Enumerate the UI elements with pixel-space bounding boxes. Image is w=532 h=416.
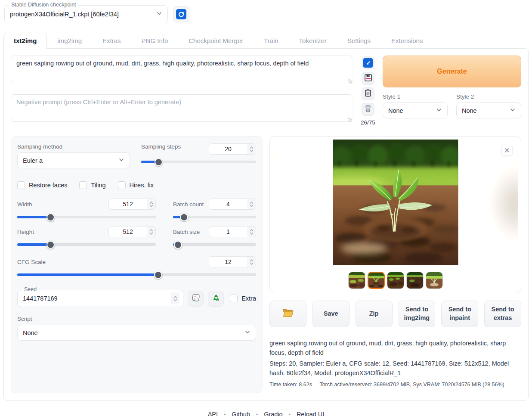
- spinner-arrows-icon[interactable]: [247, 199, 256, 209]
- output-buttons-row: Save Zip Send to img2img Send to inpaint…: [269, 301, 521, 327]
- seed-input[interactable]: Seed 1441787169: [17, 290, 183, 307]
- footer: API•Github•Gradio•Reload UI python: 3.10…: [3, 400, 529, 416]
- refresh-icon: [176, 9, 186, 19]
- close-gallery-button[interactable]: [501, 145, 513, 156]
- spinner-arrows-icon[interactable]: [247, 144, 256, 154]
- spinner-arrows-icon[interactable]: [147, 199, 155, 209]
- restore-faces-checkbox[interactable]: Restore faces: [17, 181, 67, 189]
- footer-link-reload-ui[interactable]: Reload UI: [297, 411, 324, 416]
- batch-count-input[interactable]: 4: [209, 199, 256, 210]
- tab-checkpoint-merger[interactable]: Checkpoint Merger: [178, 33, 254, 49]
- thumbnail-3[interactable]: [387, 272, 404, 289]
- cfg-scale-slider[interactable]: [17, 271, 256, 279]
- chevron-down-icon: [156, 10, 162, 18]
- height-label: Height: [17, 229, 34, 235]
- extra-seed-checkbox[interactable]: Extra: [230, 295, 256, 302]
- random-seed-button[interactable]: [188, 291, 204, 307]
- seed-row: Seed 1441787169: [17, 290, 256, 307]
- sampling-steps-group: Sampling steps 20: [141, 143, 256, 168]
- zip-button[interactable]: Zip: [356, 301, 393, 327]
- footer-link-api[interactable]: API: [208, 411, 218, 416]
- generate-button[interactable]: Generate: [383, 56, 521, 87]
- arrow-down-left-icon: [363, 58, 373, 68]
- checkbox-icon: [230, 295, 238, 302]
- sampling-steps-value: 20: [209, 146, 247, 152]
- generated-image[interactable]: [333, 140, 458, 265]
- send-to-img2img-button[interactable]: Send to img2img: [399, 301, 436, 327]
- script-select[interactable]: None: [17, 325, 256, 341]
- tab-txt2img[interactable]: txt2img: [3, 33, 47, 49]
- send-to-extras-button[interactable]: Send to extras: [484, 301, 521, 327]
- chevron-down-icon: [436, 107, 442, 114]
- spinner-arrows-icon[interactable]: [247, 227, 256, 237]
- footer-link-gradio[interactable]: Gradio: [264, 411, 283, 416]
- sampling-steps-slider[interactable]: [141, 158, 256, 166]
- width-group: Width 512: [17, 199, 156, 221]
- spinner-arrows-icon[interactable]: [171, 292, 179, 304]
- apply-style-button[interactable]: [362, 87, 374, 100]
- sampling-row: Sampling method Euler a Sampling steps 2…: [17, 143, 256, 168]
- sampling-steps-label: Sampling steps: [141, 143, 181, 150]
- chevron-down-icon: [118, 157, 124, 164]
- clipboard-icon: [364, 89, 372, 99]
- read-generation-params-button[interactable]: [362, 56, 374, 69]
- batch-size-slider[interactable]: [173, 241, 256, 248]
- settings-panel: Sampling method Euler a Sampling steps 2…: [11, 136, 263, 393]
- time-taken: Time taken: 8.62s: [269, 382, 312, 388]
- tab-extensions[interactable]: Extensions: [381, 33, 433, 49]
- style1-select[interactable]: None: [383, 102, 448, 118]
- open-folder-button[interactable]: [269, 301, 306, 327]
- tiling-checkbox[interactable]: Tiling: [79, 181, 105, 189]
- checkpoint-dropdown[interactable]: Stable Diffusion checkpoint protogenX34O…: [4, 5, 168, 23]
- thumbnail-2-selected[interactable]: [368, 272, 385, 289]
- tab-tokenizer[interactable]: Tokenizer: [289, 33, 337, 49]
- prompt-row: green sapling rowing out of ground, mud,…: [11, 56, 521, 126]
- generation-info-time: Time taken: 8.62s Torch active/reserved:…: [269, 381, 521, 393]
- resize-grip-icon[interactable]: [348, 118, 352, 122]
- thumbnail-1[interactable]: [348, 272, 365, 289]
- resize-grip-icon[interactable]: [348, 79, 352, 84]
- tab-train[interactable]: Train: [254, 33, 289, 49]
- width-input[interactable]: 512: [108, 199, 156, 210]
- sampling-method-select[interactable]: Euler a: [17, 152, 130, 168]
- height-slider[interactable]: [17, 241, 156, 248]
- width-slider[interactable]: [17, 213, 156, 221]
- height-input[interactable]: 512: [108, 226, 156, 237]
- style2-select[interactable]: None: [456, 102, 521, 118]
- tab-settings[interactable]: Settings: [337, 33, 381, 49]
- thumbnail-5[interactable]: [426, 272, 443, 289]
- spinner-arrows-icon[interactable]: [147, 227, 155, 237]
- footer-link-github[interactable]: Github: [232, 411, 250, 416]
- save-style-button[interactable]: [362, 72, 374, 85]
- tab-img2img[interactable]: img2img: [47, 33, 92, 49]
- hires-fix-checkbox[interactable]: Hires. fix: [118, 181, 154, 189]
- bullet-separator: •: [256, 412, 258, 416]
- spinner-arrows-icon[interactable]: [247, 257, 256, 267]
- output-column: Save Zip Send to img2img Send to inpaint…: [269, 136, 521, 393]
- cfg-scale-group: CFG Scale 12: [17, 256, 256, 279]
- thumbnail-4[interactable]: [406, 272, 424, 289]
- clear-prompt-button[interactable]: [362, 103, 374, 116]
- recycle-icon: [212, 293, 220, 304]
- toggles-row: Restore faces Tiling Hires. fix: [17, 181, 256, 189]
- batch-size-input[interactable]: 1: [209, 226, 256, 237]
- reuse-seed-button[interactable]: [208, 291, 224, 307]
- prompt-wrap: green sapling rowing out of ground, mud,…: [11, 56, 353, 85]
- negative-prompt-input[interactable]: [11, 94, 353, 122]
- batch-column: Batch count 4: [173, 195, 256, 248]
- prompt-column: green sapling rowing out of ground, mud,…: [11, 56, 353, 126]
- sampling-steps-input[interactable]: 20: [209, 143, 256, 155]
- checkbox-icon: [79, 181, 87, 189]
- style2-group: Style 2 None: [456, 93, 521, 118]
- chevron-down-icon: [510, 107, 516, 114]
- cfg-scale-input[interactable]: 12: [209, 256, 256, 267]
- prompt-input[interactable]: green sapling rowing out of ground, mud,…: [11, 56, 353, 83]
- refresh-checkpoints-button[interactable]: [173, 6, 189, 22]
- tab-png-info[interactable]: PNG Info: [131, 33, 179, 49]
- batch-count-slider[interactable]: [173, 213, 256, 221]
- save-button[interactable]: Save: [312, 301, 350, 327]
- send-to-inpaint-button[interactable]: Send to inpaint: [441, 301, 478, 327]
- tab-extras[interactable]: Extras: [92, 33, 131, 49]
- prompt-tools-column: 26/75: [359, 56, 377, 126]
- header: Stable Diffusion checkpoint protogenX34O…: [4, 5, 529, 23]
